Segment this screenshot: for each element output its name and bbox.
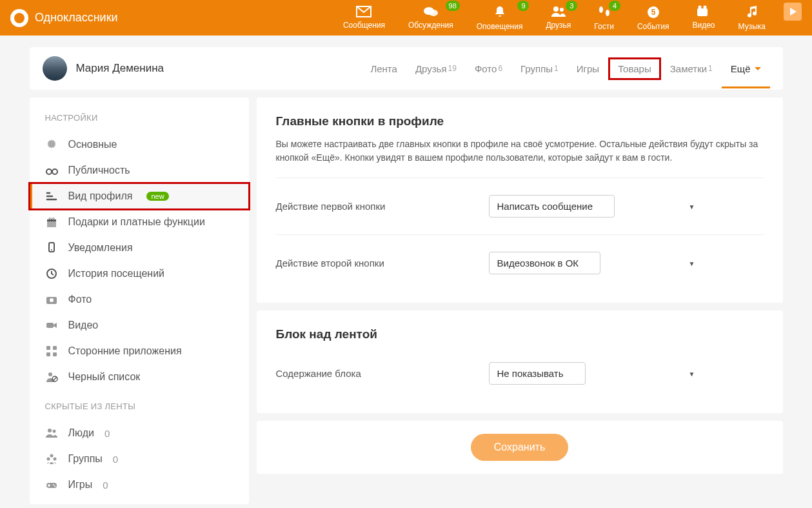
nav-messages[interactable]: Сообщения <box>332 3 397 34</box>
nav-label: Оповещения <box>477 22 523 31</box>
bell-icon <box>493 5 507 19</box>
sidebar-item-profile-view[interactable]: Вид профиля new <box>30 183 249 209</box>
svg-point-27 <box>48 429 52 432</box>
music-icon <box>745 5 759 19</box>
svg-rect-21 <box>46 346 50 350</box>
sidebar-item-video[interactable]: Видео <box>30 312 249 338</box>
sidebar-item-general[interactable]: Основные <box>30 132 249 157</box>
avatar[interactable] <box>43 56 67 81</box>
chat-icon <box>422 5 439 18</box>
panel-save: Сохранить <box>257 421 783 474</box>
form-label: Действие первой кнопки <box>276 201 489 212</box>
nav-label: Друзья <box>546 21 571 30</box>
video-cam-icon <box>45 319 58 332</box>
sidebar-item-notifications[interactable]: Уведомления <box>30 235 249 261</box>
friends-icon <box>550 5 567 18</box>
badge: 9 <box>517 1 529 11</box>
notification-icon <box>45 241 58 254</box>
nav-notifications[interactable]: 9 Оповещения <box>465 3 535 34</box>
nav-friends[interactable]: 3 Друзья <box>534 3 582 34</box>
svg-point-5 <box>606 10 609 16</box>
nav-guests[interactable]: 4 Гости <box>582 3 626 34</box>
svg-point-16 <box>51 249 52 250</box>
tab-more[interactable]: Ещё <box>722 58 770 79</box>
nav-discussions[interactable]: 98 Обсуждения <box>397 3 465 34</box>
username[interactable]: Мария Деменина <box>76 62 164 75</box>
form-row-block: Содержание блока Не показывать <box>276 351 764 396</box>
nav-label: Музыка <box>738 22 766 31</box>
svg-point-10 <box>704 5 707 8</box>
section-heading: Блок над лентой <box>276 327 764 341</box>
sidebar-item-photo[interactable]: Фото <box>30 287 249 312</box>
tab-goods[interactable]: Товары <box>608 57 661 80</box>
tab-friends[interactable]: Друзья19 <box>406 58 466 79</box>
svg-point-2 <box>553 6 559 12</box>
tab-feed[interactable]: Лента <box>361 58 406 79</box>
form-label: Содержание блока <box>276 368 489 379</box>
sidebar-item-thirdparty[interactable]: Сторонние приложения <box>30 338 249 364</box>
tab-photos[interactable]: Фото6 <box>466 58 511 79</box>
svg-rect-14 <box>47 219 56 221</box>
svg-rect-13 <box>47 221 56 227</box>
svg-rect-20 <box>46 323 54 328</box>
select-action1[interactable]: Написать сообщение <box>489 195 615 218</box>
section-heading: Главные кнопки в профиле <box>276 114 764 128</box>
sidebar-item-groups[interactable]: Группы 0 <box>30 446 249 472</box>
nav-label: События <box>637 22 669 31</box>
svg-point-1 <box>429 10 438 16</box>
svg-text:5: 5 <box>651 8 655 17</box>
form-label: Действие второй кнопки <box>276 258 489 269</box>
history-icon <box>45 267 58 280</box>
sidebar-item-people[interactable]: Люди 0 <box>30 420 249 446</box>
svg-rect-8 <box>697 8 708 16</box>
svg-point-29 <box>50 454 53 458</box>
select-block-content[interactable]: Не показывать <box>489 362 586 385</box>
nav-music[interactable]: Музыка <box>727 3 777 34</box>
svg-point-9 <box>698 5 702 8</box>
section-description: Вы можете настраивать две главных кнопки… <box>276 137 764 165</box>
video-icon <box>696 5 711 18</box>
new-badge: new <box>146 192 168 201</box>
form-row-action2: Действие второй кнопки Видеозвонок в ОК <box>276 240 764 286</box>
sidebar-item-publicity[interactable]: Публичность <box>30 157 249 183</box>
panel-block-above-feed: Блок над лентой Содержание блока Не пока… <box>257 310 783 413</box>
people-icon <box>45 427 58 440</box>
svg-rect-23 <box>46 352 50 356</box>
sidebar-item-gifts[interactable]: Подарки и платные функции <box>30 209 249 235</box>
sidebar-title: НАСТРОЙКИ <box>30 110 249 132</box>
active-underline <box>722 86 770 88</box>
site-logo[interactable]: Одноклассники <box>10 9 118 27</box>
sidebar-item-blacklist[interactable]: Черный список <box>30 364 249 390</box>
gift-icon <box>45 216 58 229</box>
svg-point-28 <box>52 430 55 433</box>
save-button[interactable]: Сохранить <box>471 434 569 461</box>
svg-point-12 <box>52 169 57 174</box>
nav-events[interactable]: 5 События <box>626 3 681 34</box>
tab-notes[interactable]: Заметки1 <box>661 58 722 79</box>
profile-tabs: Лента Друзья19 Фото6 Группы1 Игры Товары… <box>361 57 769 80</box>
sidebar-item-games[interactable]: Игры 0 <box>30 472 249 498</box>
select-action2[interactable]: Видеозвонок в ОК <box>489 252 600 274</box>
badge: 3 <box>566 1 577 11</box>
svg-point-25 <box>48 372 52 376</box>
top-header: Одноклассники Сообщения 98 Обсуждения 9 … <box>0 0 812 36</box>
nav-label: Обсуждения <box>408 21 453 30</box>
header-nav: Сообщения 98 Обсуждения 9 Оповещения 3 Д… <box>332 3 802 34</box>
site-name: Одноклассники <box>35 11 118 25</box>
svg-rect-24 <box>53 352 57 356</box>
glasses-icon <box>45 164 58 177</box>
tab-groups[interactable]: Группы1 <box>511 58 568 79</box>
coin-icon: 5 <box>646 5 660 19</box>
blacklist-icon <box>45 371 58 383</box>
camera-icon <box>45 293 58 306</box>
badge: 98 <box>446 1 460 11</box>
sidebar-item-history[interactable]: История посещений <box>30 261 249 287</box>
svg-point-34 <box>54 485 55 487</box>
nav-label: Гости <box>594 22 614 31</box>
svg-point-4 <box>599 6 603 13</box>
profile-bar: Мария Деменина Лента Друзья19 Фото6 Груп… <box>30 47 783 90</box>
sidebar-title-hidden: СКРЫТЫЕ ИЗ ЛЕНТЫ <box>30 390 249 420</box>
play-button[interactable] <box>784 3 802 21</box>
tab-games[interactable]: Игры <box>568 58 608 79</box>
nav-video[interactable]: Видео <box>680 3 726 34</box>
